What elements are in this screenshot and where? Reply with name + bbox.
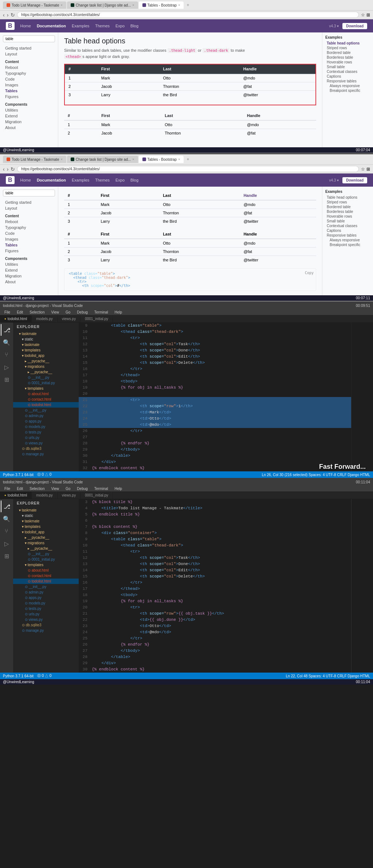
tree-todolist-app[interactable]: ▾ todolist_app [13,353,79,358]
right-item-responsive-2[interactable]: Responsive tables [325,233,370,238]
sidebar-item-tables-2[interactable]: Tables [3,242,55,248]
tree-apps-py-4[interactable]: ⊙ apps.py [13,595,79,600]
version-label-2[interactable]: v4.3 ▾ [329,178,339,182]
extensions-icon[interactable]: ⊞ [366,12,370,17]
nav-home[interactable]: Home [20,24,31,28]
bookmark-icon[interactable]: ☆ [361,167,365,172]
right-item-breakpoint[interactable]: Breakpoint specific [325,88,370,93]
tab-taskmate-2[interactable]: Todo List Manage - Taskmate × [3,156,66,163]
debug-icon[interactable]: ▷ [1,361,12,373]
right-item-bordered-2[interactable]: Bordered table [325,205,370,209]
tree-init-py[interactable]: ⊙ __init__.py [13,375,79,380]
menu-file-3[interactable]: File [1,310,13,315]
refresh-button[interactable]: ↻ [11,166,15,172]
right-item-breakpoint-2[interactable]: Breakpoint specific [325,242,370,247]
sidebar-item-layout[interactable]: Layout [3,51,55,57]
nav-examples[interactable]: Examples [72,24,89,28]
sidebar-item-migration[interactable]: Migration [3,119,55,125]
tab-initial-4[interactable]: 0001_initial.py [81,492,113,499]
tree-admin-py-4[interactable]: ⊙ admin.py [13,589,79,595]
forward-button[interactable]: › [7,12,9,18]
right-item-hoverable[interactable]: Hoverable rows [325,60,370,65]
tree-manage-py-4[interactable]: ⊙ manage.py [13,628,79,633]
debug-icon-4[interactable]: ▷ [1,538,12,549]
menu-view-4[interactable]: View [48,486,62,491]
right-item-captions-2[interactable]: Captions [325,228,370,233]
extensions-icon[interactable]: ⊞ [366,167,370,172]
sidebar-item-figures[interactable]: Figures [3,94,55,100]
tree-views-py-4[interactable]: ⊙ views.py [13,617,79,622]
nav-expo[interactable]: Expo [115,24,125,28]
tab-models-4[interactable]: models.py [32,492,58,499]
menu-go-4[interactable]: Go [63,486,73,491]
sidebar-item-layout-2[interactable]: Layout [3,205,55,211]
sidebar-item-utilities[interactable]: Utilities [3,107,55,113]
tree-todolist-html[interactable]: ⊙ todolist.html [13,402,79,408]
tree-init-py-4[interactable]: ⊙ __init__.py [13,551,79,557]
tab-bootstrap-1[interactable]: Tables - Bootstrap × [139,1,184,9]
tree-templates[interactable]: ▾ templates [13,347,79,353]
sidebar-item-tables[interactable]: Tables [3,88,55,94]
tree-tests-py[interactable]: ⊙ tests.py [13,429,79,435]
tree-pycache-1[interactable]: ▸ __pycache__ [13,358,79,364]
sidebar-item-typography-2[interactable]: Typography [3,225,55,230]
right-item-table-head[interactable]: Table head options [325,41,370,46]
right-item-captions[interactable]: Captions [325,74,370,79]
nav-home-2[interactable]: Home [20,178,31,182]
menu-go-3[interactable]: Go [63,310,73,315]
address-input-2[interactable]: https://getbootstrap.com/docs/4.3/conten… [17,166,359,172]
extensions-icon-vscode[interactable]: ⊞ [1,374,12,385]
sidebar-item-code-2[interactable]: Code [3,230,55,236]
tree-about-html-4[interactable]: ⊙ about.html [13,568,79,573]
sidebar-search-2[interactable] [3,190,55,196]
right-item-table-head-2[interactable]: Table head options [325,195,370,200]
tree-admin-py[interactable]: ⊙ admin.py [13,413,79,419]
extensions-icon-4[interactable]: ⊞ [1,550,12,562]
menu-help-3[interactable]: Help [112,310,125,315]
menu-view-3[interactable]: View [48,310,62,315]
close-icon[interactable]: × [178,157,180,161]
tab-views-4[interactable]: views.py [58,492,81,499]
sidebar-item-utilities-2[interactable]: Utilities [3,261,55,267]
nav-blog-2[interactable]: Blog [130,178,138,182]
tree-pycache-4-2[interactable]: ▸ __pycache__ [13,546,79,551]
tab-initial-3[interactable]: 0001_initial.py [81,315,113,322]
right-item-small-2[interactable]: Small table [325,219,370,223]
back-button[interactable]: ‹ [3,12,5,18]
new-tab-button[interactable]: + [184,1,191,9]
nav-expo-2[interactable]: Expo [115,178,125,182]
tab-bootstrap-2[interactable]: Tables - Bootstrap × [139,156,184,163]
tab-views-3[interactable]: views.py [58,315,81,322]
sidebar-item-reboot-2[interactable]: Reboot [3,219,55,225]
tab-todolist-3[interactable]: ● todolist.html [0,315,32,322]
source-control-icon-4[interactable]: ⑂ [1,525,12,537]
sidebar-item-images-2[interactable]: Images [3,236,55,242]
right-item-borderless-2[interactable]: Borderless table [325,209,370,214]
right-item-contextual-2[interactable]: Contextual classes [325,223,370,228]
copy-button[interactable]: Copy [305,271,314,275]
tree-pycache-2[interactable]: ▸ __pycache__ [13,369,79,375]
tree-taskmate-4[interactable]: ▾ taskmate [13,507,79,513]
tree-migrations[interactable]: ▾ migrations [13,364,79,369]
download-button-1[interactable]: Download [342,23,367,29]
tree-0001-initial[interactable]: ⊙ 0001_initial.py [13,380,79,386]
close-icon[interactable]: × [60,3,62,7]
tree-pycache-4-1[interactable]: ▸ __pycache__ [13,535,79,540]
nav-examples-2[interactable]: Examples [72,178,89,182]
sidebar-item-extend[interactable]: Extend [3,113,55,119]
source-control-icon[interactable]: ⑂ [1,349,12,361]
tree-templates-inner[interactable]: ▾ templates [13,386,79,391]
new-tab-button[interactable]: + [184,156,191,163]
sidebar-item-getting-started[interactable]: Getting started [3,45,55,51]
bookmark-icon[interactable]: ☆ [361,12,365,17]
menu-selection-4[interactable]: Selection [27,486,47,491]
right-item-borderless[interactable]: Borderless table [325,55,370,60]
sidebar-item-typography[interactable]: Typography [3,70,55,76]
tree-apps-py[interactable]: ⊙ apps.py [13,419,79,424]
sidebar-item-migration-2[interactable]: Migration [3,273,55,279]
tree-init-inner-4[interactable]: ⊙ __init__.py [13,584,79,589]
menu-debug-4[interactable]: Debug [74,486,90,491]
nav-documentation-2[interactable]: Documentation [37,178,66,182]
right-item-contextual[interactable]: Contextual classes [325,69,370,74]
right-item-hoverable-2[interactable]: Hoverable rows [325,214,370,219]
